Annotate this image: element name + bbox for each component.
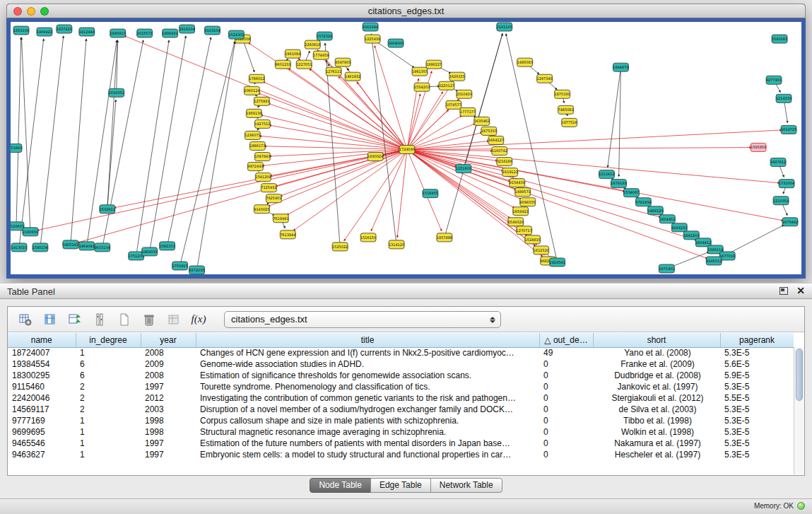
graph-node[interactable]: 1516150 <box>360 233 376 242</box>
table-cell[interactable]: Structural magnetic resonance image aver… <box>196 426 539 438</box>
new-file-button[interactable] <box>117 312 132 327</box>
graph-node[interactable]: 1314120 <box>389 240 404 249</box>
table-cell[interactable]: 5.3E-5 <box>720 404 794 415</box>
graph-node[interactable]: 1554203 <box>414 83 430 91</box>
table-row[interactable]: 946362711997Embryonic stem cells: a mode… <box>8 449 794 460</box>
graph-node[interactable]: 8601233 <box>275 60 290 69</box>
table-row[interactable]: 1456911722003Disruption of a novel membe… <box>8 404 794 415</box>
graph-node[interactable]: 1464041 <box>79 242 95 250</box>
graph-node[interactable]: 9143025 <box>254 205 269 214</box>
table-cell[interactable]: 9465546 <box>8 438 76 449</box>
table-cell[interactable]: 6 <box>76 370 141 381</box>
table-cell[interactable]: 5.3E-5 <box>720 415 794 426</box>
graph-node[interactable]: 1097843 <box>254 153 270 161</box>
graph-node[interactable]: 5905193 <box>63 240 78 249</box>
graph-node[interactable]: 2010433 <box>457 90 472 98</box>
graph-node[interactable]: 1074577 <box>446 100 461 109</box>
table-cell[interactable]: 0 <box>539 404 593 415</box>
graph-node[interactable]: 1777177 <box>460 107 476 116</box>
graph-node[interactable]: 9372035 <box>189 266 204 274</box>
graph-node[interactable]: 1913010 <box>11 243 27 252</box>
graph-node[interactable]: 1906423 <box>37 28 52 36</box>
graph-node[interactable]: 1619122 <box>502 168 518 177</box>
table-cell[interactable]: 5.3E-5 <box>720 426 794 438</box>
table-cell[interactable]: 2 <box>76 404 141 415</box>
table-cell[interactable]: Investigating the contribution of common… <box>196 392 539 404</box>
graph-node[interactable]: 1724046 <box>399 145 415 153</box>
table-cell[interactable]: 5.6E-5 <box>720 358 794 370</box>
graph-node[interactable]: 1877516 <box>561 118 577 127</box>
table-cell[interactable]: 19384554 <box>8 358 76 370</box>
graph-node[interactable]: 1679193 <box>611 180 626 188</box>
table-cell[interactable]: Jankovic et al. (1997) <box>593 381 720 392</box>
column-header[interactable]: in_degree <box>76 333 141 347</box>
column-header[interactable]: △ out_de… <box>539 333 593 347</box>
function-builder-button[interactable]: f(x) <box>191 312 206 327</box>
table-cell[interactable]: 0 <box>539 370 593 381</box>
table-row[interactable]: 1830029562008Estimation of significance … <box>8 370 794 381</box>
graph-node[interactable]: 1875330 <box>554 90 570 98</box>
new-column-button[interactable] <box>67 312 83 327</box>
table-cell[interactable]: 0 <box>539 438 593 449</box>
graph-node[interactable]: 1818104 <box>179 25 194 33</box>
table-cell[interactable]: 5.3E-5 <box>720 347 794 358</box>
graph-node[interactable]: 1524815 <box>525 235 541 244</box>
graph-node[interactable]: 1964033 <box>142 247 158 256</box>
network-canvas[interactable]: 1724046178601220601241275841195813914275… <box>6 18 806 279</box>
table-cell[interactable]: 1997 <box>141 438 196 449</box>
column-header[interactable]: short <box>593 333 720 347</box>
graph-node[interactable]: 1886173 <box>249 141 265 150</box>
graph-node[interactable]: 9154439 <box>510 179 525 187</box>
graph-node[interactable]: 8161044 <box>363 23 378 31</box>
graph-node[interactable]: 2160650 <box>23 228 38 236</box>
table-cell[interactable]: Genome-wide association studies in ADHD. <box>196 358 539 370</box>
graph-node[interactable]: 1875333 <box>481 127 497 135</box>
table-cell[interactable]: 49 <box>539 347 593 358</box>
table-row[interactable]: 2242004622012Investigating the contribut… <box>8 392 794 404</box>
zoom-button[interactable] <box>40 7 49 16</box>
table-scrollbar[interactable] <box>794 347 804 474</box>
column-header[interactable]: name <box>8 333 76 347</box>
graph-node[interactable]: 1687612 <box>770 158 786 167</box>
table-cell[interactable]: 2 <box>76 392 141 404</box>
table-cell[interactable]: Dudbridge et al. (2008) <box>593 370 720 381</box>
graph-node[interactable]: 1525022 <box>332 243 348 251</box>
graph-node[interactable]: 1612520 <box>534 246 549 255</box>
table-cell[interactable]: 2012 <box>141 392 196 404</box>
row-options-button[interactable] <box>92 312 107 327</box>
graph-node[interactable]: 1924541 <box>550 258 565 267</box>
table-cell[interactable]: 2009 <box>141 358 196 370</box>
graph-node[interactable]: 1489120 <box>647 206 663 215</box>
table-cell[interactable]: Embryonic stem cells: a model to study s… <box>196 449 539 460</box>
graph-node[interactable]: 1236071 <box>245 131 260 139</box>
graph-node[interactable]: 1225439 <box>365 35 380 43</box>
graph-node[interactable]: 2060124 <box>244 86 259 95</box>
table-cell[interactable]: Wolkin et al. (1998) <box>593 426 720 438</box>
table-cell[interactable]: Changes of HCN gene expression and I(f) … <box>196 347 539 358</box>
graph-node[interactable]: 1580134 <box>33 243 48 252</box>
graph-node[interactable]: 1524301 <box>228 30 244 39</box>
graph-node[interactable]: 6791934 <box>635 198 651 206</box>
graph-node[interactable]: 1654922 <box>513 207 529 216</box>
table-cell[interactable]: 5.3E-5 <box>720 438 794 449</box>
table-cell[interactable]: Tourette syndrome. Phenomenology and cla… <box>196 381 539 392</box>
graph-node[interactable]: 1958139 <box>246 109 261 117</box>
graph-node[interactable]: 3220127 <box>439 81 454 90</box>
table-row[interactable]: 1938455462009Genome-wide association stu… <box>8 358 794 370</box>
graph-node[interactable]: 1591083 <box>772 35 787 43</box>
table-cell[interactable]: Tibbo et al. (1998) <box>593 415 720 426</box>
graph-node[interactable]: 2015573 <box>137 29 153 37</box>
graph-node[interactable]: 1541209 <box>255 173 271 182</box>
graph-node[interactable]: 1635462 <box>474 117 490 125</box>
graph-node[interactable]: 1830024 <box>367 153 383 161</box>
graph-node[interactable]: 3216166 <box>497 158 512 166</box>
graph-node[interactable]: 1786012 <box>249 74 264 83</box>
column-header[interactable]: title <box>196 333 539 347</box>
graph-node[interactable]: 7125432 <box>261 184 276 192</box>
table-cell[interactable]: 1 <box>76 426 141 438</box>
window-titlebar[interactable]: citations_edges.txt <box>6 4 806 18</box>
graph-node[interactable]: 8549329 <box>508 218 524 226</box>
table-cell[interactable]: 2 <box>76 381 141 392</box>
table-row[interactable]: 911546021997Tourette syndrome. Phenomeno… <box>8 381 794 392</box>
graph-node[interactable]: 1275841 <box>254 97 269 105</box>
